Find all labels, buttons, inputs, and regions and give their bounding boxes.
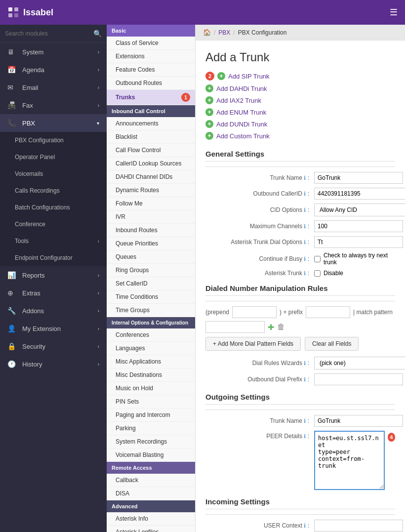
chevron-right-icon: › [98,326,99,331]
middle-item-disa[interactable]: DISA [107,487,195,500]
user-context-input[interactable] [314,520,403,532]
disable-trunk-checkbox[interactable] [314,270,321,277]
prepend-label: (prepend [205,309,229,316]
chevron-right-icon: › [98,290,99,296]
middle-item-time-groups[interactable]: Time Groups [107,304,195,317]
add-enum-trunk-link[interactable]: + Add ENUM Trunk [205,108,395,116]
sidebar-item-security[interactable]: 🔒 Security › [0,337,107,355]
middle-item-conferences[interactable]: Conferences [107,328,195,342]
add-dundi-trunk-link[interactable]: + Add DUNDi Trunk [205,120,395,128]
pbx-icon: 📞 [7,119,17,127]
add-row-icon[interactable]: ✚ [268,323,274,332]
trunk-name-field-wrap: 3 [314,172,405,184]
sidebar-subitem-operator-panel[interactable]: Operator Panel [0,149,107,165]
chevron-right-icon: › [98,239,99,244]
hamburger-menu[interactable]: ☰ [390,7,398,18]
middle-item-feature-codes[interactable]: Feature Codes [107,63,195,77]
search-input[interactable] [5,30,93,37]
middle-item-trunks[interactable]: Trunks 1 [107,90,195,105]
sidebar-subitem-conference[interactable]: Conference [0,216,107,233]
delete-row-icon[interactable]: 🗑 [277,323,285,331]
middle-item-announcements[interactable]: Announcements [107,117,195,130]
middle-item-callerid-lookup[interactable]: CallerID Lookup Sources [107,157,195,170]
middle-item-dynamic-routes[interactable]: Dynamic Routes [107,184,195,197]
trunk-name-label: Trunk Name ℹ : [205,174,314,181]
middle-item-misc-applications[interactable]: Misc Applications [107,355,195,368]
sidebar-item-pbx[interactable]: 📞 PBX ▾ [0,114,107,132]
logo-icon [7,6,19,18]
sidebar-item-extras[interactable]: ⊕ Extras › [0,284,107,302]
chevron-right-icon: › [98,67,99,73]
peer-details-badge: 4 [388,433,395,442]
middle-item-class-of-service[interactable]: Class of Service [107,37,195,50]
chevron-down-icon: ▾ [97,121,99,126]
plus-prefix-label: ) + prefix [280,309,303,316]
dialed-number-header: Dialed Number Manipulation Rules [205,284,395,296]
sidebar-subitem-pbx-configuration[interactable]: PBX Configuration [0,132,107,149]
outgoing-trunk-name-input[interactable] [314,415,403,427]
clear-all-fields-button[interactable]: Clear all Fields [305,337,359,351]
middle-item-voicemail-blasting[interactable]: Voicemail Blasting [107,449,195,462]
middle-item-music-on-hold[interactable]: Music on Hold [107,382,195,395]
sidebar-item-system[interactable]: 🖥 System › [0,43,107,61]
prepend-input[interactable] [232,306,277,318]
add-dahdi-trunk-link[interactable]: + Add DAHDi Trunk [205,84,395,92]
continue-busy-checkbox[interactable] [314,256,321,262]
middle-item-languages[interactable]: Languages [107,342,195,355]
outbound-prefix-input[interactable] [314,373,403,385]
peer-details-textarea[interactable]: host=eu.st.ssl7.net type=peer context=fr… [314,431,385,490]
middle-item-dahdi-channel[interactable]: DAHDI Channel DIDs [107,170,195,184]
outbound-prefix-label: Outbound Dial Prefix ℹ : [205,376,314,383]
middle-item-queues[interactable]: Queues [107,250,195,264]
section-header-remote: Remote Access [107,462,195,474]
middle-item-callback[interactable]: Callback [107,474,195,487]
trunk-name-input[interactable] [314,172,403,184]
middle-item-parking[interactable]: Parking [107,422,195,435]
match-input[interactable] [205,321,265,333]
middle-item-time-conditions[interactable]: Time Conditions [107,290,195,304]
add-more-dial-button[interactable]: + Add More Dial Pattern Fields [205,337,301,351]
middle-item-system-recordings[interactable]: System Recordings [107,435,195,449]
middle-item-outbound-routes[interactable]: Outbound Routes [107,77,195,90]
sidebar-subitem-batch-configurations[interactable]: Batch Configurations [0,199,107,216]
middle-item-inbound-routes[interactable]: Inbound Routes [107,224,195,237]
sidebar-subitem-tools[interactable]: Tools › [0,233,107,249]
sidebar-item-agenda[interactable]: 📅 Agenda › [0,61,107,79]
add-iax2-trunk-link[interactable]: + Add IAX2 Trunk [205,96,395,104]
middle-item-asterisk-logfiles[interactable]: Asterisk Logfiles [107,526,195,532]
dial-rules-select[interactable]: (pick one) [314,357,405,369]
max-channels-input[interactable] [314,220,403,232]
sidebar-item-addons[interactable]: 🔧 Addons › [0,302,107,320]
search-icon[interactable]: 🔍 [93,30,102,38]
middle-item-paging-intercom[interactable]: Paging and Intercom [107,409,195,422]
middle-item-blacklist[interactable]: Blacklist [107,130,195,144]
sidebar-item-reports[interactable]: 📊 Reports › [0,266,107,284]
sidebar-item-history[interactable]: 🕐 History › [0,355,107,373]
sidebar-item-my-extension[interactable]: 👤 My Extension › [0,320,107,337]
middle-item-asterisk-info[interactable]: Asterisk Info [107,512,195,526]
middle-item-set-callerid[interactable]: Set CallerID [107,277,195,290]
breadcrumb-pbx[interactable]: PBX [218,29,230,36]
sidebar-item-email[interactable]: ✉ Email › [0,79,107,96]
middle-item-ring-groups[interactable]: Ring Groups [107,264,195,277]
middle-item-pin-sets[interactable]: PIN Sets [107,395,195,409]
middle-item-follow-me[interactable]: Follow Me [107,197,195,210]
chevron-right-icon: › [98,362,99,367]
outbound-callerid-info-icon: ℹ [304,191,306,197]
add-custom-trunk-link[interactable]: + Add Custom Trunk [205,132,395,140]
sidebar-subitem-endpoint-configurator[interactable]: Endpoint Configurator [0,249,107,266]
middle-item-misc-destinations[interactable]: Misc Destinations [107,368,195,382]
middle-item-queue-priorities[interactable]: Queue Priorities [107,237,195,250]
add-sip-trunk-link[interactable]: 2 + Add SIP Trunk [205,72,395,81]
sidebar-item-fax[interactable]: 📠 Fax › [0,96,107,114]
middle-panel: Basic Class of Service Extensions Featur… [107,25,196,532]
cid-options-select[interactable]: Allow Any CID Block Foreign CIDs Force T… [314,204,405,216]
middle-item-ivr[interactable]: IVR [107,210,195,224]
sidebar-subitem-voicemails[interactable]: Voicemails [0,165,107,182]
middle-item-extensions[interactable]: Extensions [107,50,195,63]
prefix-input[interactable] [306,306,350,318]
middle-item-call-flow-control[interactable]: Call Flow Control [107,144,195,157]
dial-options-input[interactable] [314,236,403,248]
outbound-callerid-input[interactable] [314,188,405,200]
sidebar-subitem-calls-recordings[interactable]: Calls Recordings [0,182,107,199]
